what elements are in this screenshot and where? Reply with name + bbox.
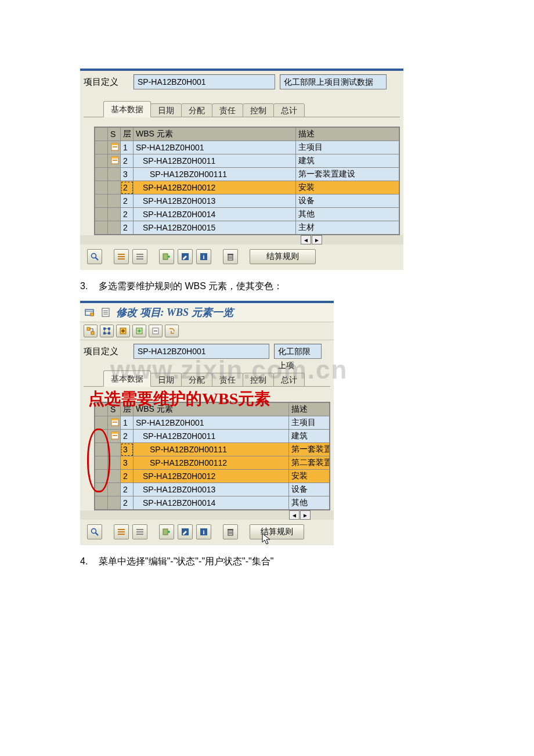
col-wbs[interactable]: WBS 元素 [134,403,289,416]
desc-cell[interactable]: 主项目 [296,141,399,154]
tab-control[interactable]: 控制 [243,103,274,117]
row-selector[interactable] [95,154,108,168]
desc-cell[interactable]: 安装 [296,181,399,195]
level-cell[interactable]: 1 [121,141,134,154]
col-s[interactable]: S [108,128,121,141]
desc-cell[interactable]: 其他 [296,208,399,221]
level-cell[interactable]: 2 [121,221,134,235]
col-desc[interactable]: 描述 [296,128,399,141]
col-desc[interactable]: 描述 [289,403,330,416]
level-cell[interactable]: 1 [121,416,134,430]
wbs-cell[interactable]: SP-HA12BZ0H0012 [134,181,296,195]
row-selector[interactable] [95,496,108,510]
tab-assignment[interactable]: 分配 [181,373,212,387]
table-row[interactable]: 2SP-HA12BZ0H0013设备 [95,483,330,496]
desc-cell[interactable]: 第二套装置 [289,456,330,470]
desc-cell[interactable]: 第一套装置 [289,443,330,456]
settlement-rule-button[interactable]: 结算规则 [250,249,316,264]
row-selector[interactable] [95,470,108,483]
row-expand[interactable] [108,141,121,154]
row-expand[interactable] [108,416,121,430]
scroll-right-button[interactable]: ► [312,235,322,244]
table-row[interactable]: 2SP-HA12BZ0H0011建筑 [95,154,399,168]
wbs-cell[interactable]: SP-HA12BZ0H0011 [134,154,296,168]
table-row[interactable]: 1SP-HA12BZ0H001主项目 [95,141,399,154]
level-cell[interactable]: 2 [121,195,134,208]
wbs-cell[interactable]: SP-HA12BZ0H0013 [134,483,289,496]
table-row[interactable]: 2SP-HA12BZ0H0011建筑 [95,430,330,443]
row-selector[interactable] [95,181,108,195]
delete-button[interactable] [223,249,238,264]
level-cell[interactable]: 2 [121,496,134,510]
grid-horizontal-scrollbar[interactable]: ◄ ► [80,510,334,520]
tab-total[interactable]: 总计 [273,103,305,117]
table-row[interactable]: 2SP-HA12BZ0H0014其他 [95,208,399,221]
row-selector[interactable] [95,141,108,154]
wbs-cell[interactable]: SP-HA12BZ0H0015 [134,221,296,235]
level-cell[interactable]: 2 [121,181,134,195]
desc-cell[interactable]: 设备 [289,483,330,496]
tb-icon-5[interactable] [149,325,163,337]
col-wbs[interactable]: WBS 元素 [134,128,296,141]
table-row[interactable]: 3SP-HA12BZ0H00111第一套装置建设 [95,168,399,181]
level-cell[interactable]: 3 [121,443,134,456]
tab-responsibility[interactable]: 责任 [212,103,243,117]
row-selector[interactable] [95,483,108,496]
tab-assignment[interactable]: 分配 [181,103,212,117]
info-button[interactable]: i [196,524,211,539]
desc-cell[interactable]: 建筑 [296,154,399,168]
level-cell[interactable]: 2 [121,430,134,443]
project-code-field[interactable]: SP-HA12BZ0H001 [134,74,275,89]
wbs-cell[interactable]: SP-HA12BZ0H00111 [134,443,289,456]
row-selector[interactable] [95,168,108,181]
table-row[interactable]: 2SP-HA12BZ0H0014其他 [95,496,330,510]
tab-responsibility[interactable]: 责任 [212,373,243,387]
wbs-cell[interactable]: SP-HA12BZ0H001 [134,416,289,430]
tb-icon-4[interactable] [132,325,146,337]
row-selector[interactable] [95,443,108,456]
wbs-cell[interactable]: SP-HA12BZ0H0013 [134,195,296,208]
find-button[interactable] [87,249,102,264]
table-row[interactable]: 2SP-HA12BZ0H0013设备 [95,195,399,208]
row-selector[interactable] [95,221,108,235]
find-button[interactable] [87,524,102,539]
row-selector[interactable] [95,208,108,221]
select-all-button[interactable] [114,249,129,264]
edit-button[interactable] [178,524,193,539]
delete-button[interactable] [223,524,238,539]
row-expand[interactable] [108,168,121,181]
row-selector[interactable] [95,195,108,208]
expand-icon[interactable] [110,417,120,427]
desc-cell[interactable]: 设备 [296,195,399,208]
row-expand[interactable] [108,430,121,443]
row-expand[interactable] [108,154,121,168]
wbs-cell[interactable]: SP-HA12BZ0H00112 [134,456,289,470]
wbs-cell[interactable]: SP-HA12BZ0H001 [134,141,296,154]
row-expand[interactable] [108,208,121,221]
row-selector[interactable] [95,416,108,430]
level-cell[interactable]: 2 [121,208,134,221]
tb-icon-6[interactable] [165,325,179,337]
table-row[interactable]: 1SP-HA12BZ0H001主项目 [95,416,330,430]
table-row[interactable]: 3SP-HA12BZ0H00112第二套装置 [95,456,330,470]
col-level[interactable]: 层 [121,403,134,416]
scroll-right-button[interactable]: ► [300,510,311,520]
desc-cell[interactable]: 主材 [296,221,399,235]
deselect-all-button[interactable] [132,524,147,539]
wbs-cell[interactable]: SP-HA12BZ0H0014 [134,208,296,221]
row-expand[interactable] [108,443,121,456]
col-sel[interactable] [95,128,108,141]
wbs-cell[interactable]: SP-HA12BZ0H0012 [134,470,289,483]
expand-icon[interactable] [110,156,120,165]
title-icon-2[interactable] [100,307,111,318]
desc-cell[interactable]: 其他 [289,496,330,510]
desc-cell[interactable]: 建筑 [289,430,330,443]
insert-row-button[interactable] [159,249,174,264]
level-cell[interactable]: 3 [121,456,134,470]
grid-horizontal-scrollbar[interactable]: ◄ ► [80,235,403,244]
expand-icon[interactable] [110,142,120,152]
wbs-grid[interactable]: S层WBS 元素描述1SP-HA12BZ0H001主项目2SP-HA12BZ0H… [94,402,330,510]
desc-cell[interactable]: 安装 [289,470,330,483]
tab-total[interactable]: 总计 [273,373,305,387]
expand-icon[interactable] [110,431,120,440]
